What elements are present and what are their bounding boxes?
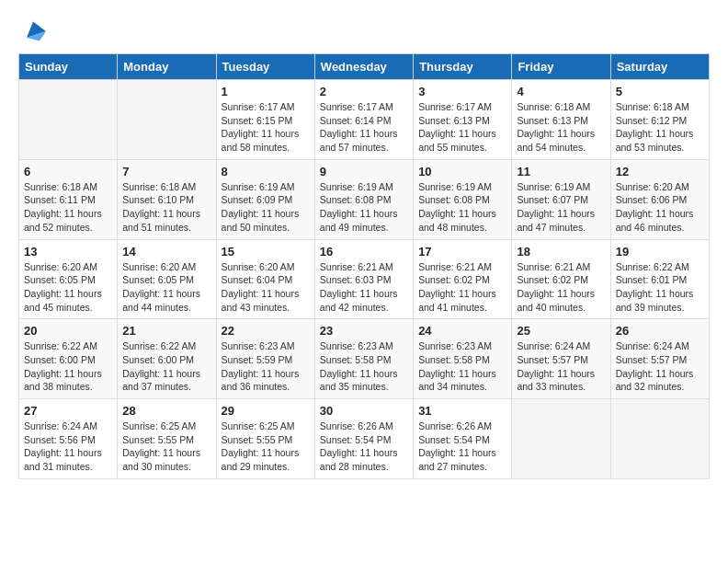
calendar-cell: 30Sunrise: 6:26 AMSunset: 5:54 PMDayligh…	[314, 399, 413, 479]
day-number: 19	[616, 245, 704, 259]
day-header-monday: Monday	[118, 54, 216, 80]
day-header-sunday: Sunday	[19, 54, 118, 80]
day-number: 30	[320, 404, 408, 418]
day-header-thursday: Thursday	[414, 54, 512, 80]
day-number: 2	[320, 85, 408, 98]
calendar-cell: 13Sunrise: 6:20 AMSunset: 6:05 PMDayligh…	[19, 239, 118, 319]
calendar-table: SundayMondayTuesdayWednesdayThursdayFrid…	[18, 53, 710, 479]
cell-details: Sunrise: 6:21 AMSunset: 6:02 PMDaylight:…	[418, 260, 506, 315]
day-number: 31	[418, 404, 506, 418]
day-number: 24	[418, 324, 506, 338]
cell-details: Sunrise: 6:22 AMSunset: 6:00 PMDaylight:…	[122, 339, 210, 394]
day-number: 9	[320, 165, 408, 178]
cell-details: Sunrise: 6:18 AMSunset: 6:10 PMDaylight:…	[122, 180, 210, 235]
calendar-cell: 16Sunrise: 6:21 AMSunset: 6:03 PMDayligh…	[314, 239, 413, 319]
week-row-5: 27Sunrise: 6:24 AMSunset: 5:56 PMDayligh…	[19, 399, 710, 479]
cell-details: Sunrise: 6:26 AMSunset: 5:54 PMDaylight:…	[418, 419, 506, 474]
calendar-cell: 17Sunrise: 6:21 AMSunset: 6:02 PMDayligh…	[414, 239, 512, 319]
cell-details: Sunrise: 6:17 AMSunset: 6:13 PMDaylight:…	[418, 100, 506, 155]
day-number: 4	[517, 85, 605, 98]
calendar-cell	[512, 399, 610, 479]
day-number: 6	[24, 165, 112, 178]
cell-details: Sunrise: 6:20 AMSunset: 6:04 PMDaylight:…	[222, 260, 310, 315]
day-number: 29	[222, 404, 310, 418]
cell-details: Sunrise: 6:23 AMSunset: 5:58 PMDaylight:…	[418, 339, 506, 394]
day-number: 3	[418, 85, 506, 98]
day-number: 12	[616, 165, 704, 178]
calendar-cell: 24Sunrise: 6:23 AMSunset: 5:58 PMDayligh…	[414, 319, 512, 399]
cell-details: Sunrise: 6:21 AMSunset: 6:03 PMDaylight:…	[320, 260, 408, 315]
day-number: 16	[320, 245, 408, 259]
calendar-cell: 27Sunrise: 6:24 AMSunset: 5:56 PMDayligh…	[19, 399, 118, 479]
day-number: 13	[24, 245, 112, 259]
page-header	[18, 18, 710, 44]
calendar-cell: 23Sunrise: 6:23 AMSunset: 5:58 PMDayligh…	[314, 319, 413, 399]
cell-details: Sunrise: 6:24 AMSunset: 5:57 PMDaylight:…	[517, 339, 605, 394]
calendar-cell: 11Sunrise: 6:19 AMSunset: 6:07 PMDayligh…	[512, 159, 610, 239]
calendar-cell: 22Sunrise: 6:23 AMSunset: 5:59 PMDayligh…	[216, 319, 314, 399]
cell-details: Sunrise: 6:24 AMSunset: 5:57 PMDaylight:…	[616, 339, 704, 394]
cell-details: Sunrise: 6:20 AMSunset: 6:05 PMDaylight:…	[24, 260, 112, 315]
day-header-saturday: Saturday	[610, 54, 709, 80]
week-row-3: 13Sunrise: 6:20 AMSunset: 6:05 PMDayligh…	[19, 239, 710, 319]
day-number: 15	[222, 245, 310, 259]
day-header-tuesday: Tuesday	[216, 54, 314, 80]
day-number: 26	[616, 324, 704, 338]
day-number: 28	[122, 404, 210, 418]
cell-details: Sunrise: 6:19 AMSunset: 6:09 PMDaylight:…	[222, 180, 310, 235]
week-row-1: 1Sunrise: 6:17 AMSunset: 6:15 PMDaylight…	[19, 80, 710, 160]
cell-details: Sunrise: 6:26 AMSunset: 5:54 PMDaylight:…	[320, 419, 408, 474]
cell-details: Sunrise: 6:25 AMSunset: 5:55 PMDaylight:…	[222, 419, 310, 474]
day-number: 17	[418, 245, 506, 259]
day-number: 20	[24, 324, 112, 338]
logo	[18, 18, 46, 44]
calendar-cell	[19, 80, 118, 160]
calendar-cell: 29Sunrise: 6:25 AMSunset: 5:55 PMDayligh…	[216, 399, 314, 479]
calendar-cell: 5Sunrise: 6:18 AMSunset: 6:12 PMDaylight…	[610, 80, 709, 160]
calendar-cell: 7Sunrise: 6:18 AMSunset: 6:10 PMDaylight…	[118, 159, 216, 239]
calendar-cell: 9Sunrise: 6:19 AMSunset: 6:08 PMDaylight…	[314, 159, 413, 239]
calendar-cell: 3Sunrise: 6:17 AMSunset: 6:13 PMDaylight…	[414, 80, 512, 160]
calendar-cell: 28Sunrise: 6:25 AMSunset: 5:55 PMDayligh…	[118, 399, 216, 479]
day-header-wednesday: Wednesday	[314, 54, 413, 80]
cell-details: Sunrise: 6:20 AMSunset: 6:05 PMDaylight:…	[122, 260, 210, 315]
day-number: 7	[122, 165, 210, 178]
cell-details: Sunrise: 6:25 AMSunset: 5:55 PMDaylight:…	[122, 419, 210, 474]
cell-details: Sunrise: 6:23 AMSunset: 5:59 PMDaylight:…	[222, 339, 310, 394]
calendar-cell: 4Sunrise: 6:18 AMSunset: 6:13 PMDaylight…	[512, 80, 610, 160]
cell-details: Sunrise: 6:22 AMSunset: 6:01 PMDaylight:…	[616, 260, 704, 315]
cell-details: Sunrise: 6:17 AMSunset: 6:14 PMDaylight:…	[320, 100, 408, 155]
cell-details: Sunrise: 6:18 AMSunset: 6:12 PMDaylight:…	[616, 100, 704, 155]
calendar-cell: 8Sunrise: 6:19 AMSunset: 6:09 PMDaylight…	[216, 159, 314, 239]
calendar-cell: 26Sunrise: 6:24 AMSunset: 5:57 PMDayligh…	[610, 319, 709, 399]
calendar-cell: 21Sunrise: 6:22 AMSunset: 6:00 PMDayligh…	[118, 319, 216, 399]
day-number: 1	[222, 85, 310, 98]
calendar-cell: 1Sunrise: 6:17 AMSunset: 6:15 PMDaylight…	[216, 80, 314, 160]
day-number: 8	[222, 165, 310, 178]
cell-details: Sunrise: 6:22 AMSunset: 6:00 PMDaylight:…	[24, 339, 112, 394]
day-number: 25	[517, 324, 605, 338]
cell-details: Sunrise: 6:19 AMSunset: 6:08 PMDaylight:…	[320, 180, 408, 235]
calendar-cell	[118, 80, 216, 160]
day-number: 21	[122, 324, 210, 338]
calendar-cell: 12Sunrise: 6:20 AMSunset: 6:06 PMDayligh…	[610, 159, 709, 239]
day-number: 10	[418, 165, 506, 178]
calendar-cell: 6Sunrise: 6:18 AMSunset: 6:11 PMDaylight…	[19, 159, 118, 239]
cell-details: Sunrise: 6:18 AMSunset: 6:11 PMDaylight:…	[24, 180, 112, 235]
calendar-cell: 19Sunrise: 6:22 AMSunset: 6:01 PMDayligh…	[610, 239, 709, 319]
day-number: 14	[122, 245, 210, 259]
cell-details: Sunrise: 6:24 AMSunset: 5:56 PMDaylight:…	[24, 419, 112, 474]
day-number: 27	[24, 404, 112, 418]
cell-details: Sunrise: 6:19 AMSunset: 6:08 PMDaylight:…	[418, 180, 506, 235]
calendar-cell: 2Sunrise: 6:17 AMSunset: 6:14 PMDaylight…	[314, 80, 413, 160]
day-number: 18	[517, 245, 605, 259]
cell-details: Sunrise: 6:17 AMSunset: 6:15 PMDaylight:…	[222, 100, 310, 155]
cell-details: Sunrise: 6:20 AMSunset: 6:06 PMDaylight:…	[616, 180, 704, 235]
calendar-cell: 31Sunrise: 6:26 AMSunset: 5:54 PMDayligh…	[414, 399, 512, 479]
cell-details: Sunrise: 6:18 AMSunset: 6:13 PMDaylight:…	[517, 100, 605, 155]
calendar-cell: 25Sunrise: 6:24 AMSunset: 5:57 PMDayligh…	[512, 319, 610, 399]
calendar-cell: 10Sunrise: 6:19 AMSunset: 6:08 PMDayligh…	[414, 159, 512, 239]
calendar-cell: 15Sunrise: 6:20 AMSunset: 6:04 PMDayligh…	[216, 239, 314, 319]
day-number: 23	[320, 324, 408, 338]
header-row: SundayMondayTuesdayWednesdayThursdayFrid…	[19, 54, 710, 80]
